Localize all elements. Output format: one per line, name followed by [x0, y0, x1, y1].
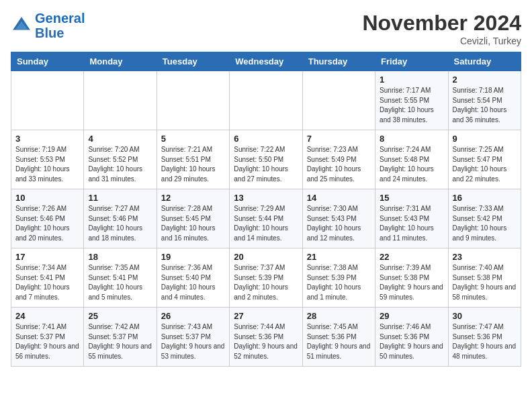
calendar-cell: 19Sunrise: 7:36 AM Sunset: 5:40 PM Dayli… [157, 248, 229, 308]
day-number: 2 [453, 75, 517, 85]
calendar-cell: 11Sunrise: 7:27 AM Sunset: 5:46 PM Dayli… [84, 189, 157, 248]
week-row-5: 24Sunrise: 7:41 AM Sunset: 5:37 PM Dayli… [11, 308, 521, 367]
day-number: 17 [15, 252, 79, 262]
day-info: Sunrise: 7:47 AM Sunset: 5:36 PM Dayligh… [453, 322, 517, 361]
calendar-cell: 17Sunrise: 7:34 AM Sunset: 5:41 PM Dayli… [11, 248, 84, 308]
day-info: Sunrise: 7:45 AM Sunset: 5:36 PM Dayligh… [307, 322, 371, 361]
calendar-cell: 28Sunrise: 7:45 AM Sunset: 5:36 PM Dayli… [302, 308, 375, 367]
day-info: Sunrise: 7:23 AM Sunset: 5:49 PM Dayligh… [307, 145, 371, 184]
day-info: Sunrise: 7:31 AM Sunset: 5:43 PM Dayligh… [380, 204, 443, 243]
day-number: 19 [161, 252, 225, 262]
day-number: 8 [380, 134, 443, 144]
day-number: 20 [234, 252, 298, 262]
calendar-cell: 29Sunrise: 7:46 AM Sunset: 5:36 PM Dayli… [375, 308, 448, 367]
day-number: 23 [453, 252, 517, 262]
day-number: 27 [234, 311, 298, 321]
calendar-header-row: SundayMondayTuesdayWednesdayThursdayFrid… [11, 52, 521, 71]
day-info: Sunrise: 7:46 AM Sunset: 5:36 PM Dayligh… [380, 322, 443, 361]
calendar-cell: 12Sunrise: 7:28 AM Sunset: 5:45 PM Dayli… [157, 189, 229, 248]
calendar-cell: 22Sunrise: 7:39 AM Sunset: 5:38 PM Dayli… [375, 248, 448, 308]
day-info: Sunrise: 7:19 AM Sunset: 5:53 PM Dayligh… [15, 145, 79, 184]
week-row-4: 17Sunrise: 7:34 AM Sunset: 5:41 PM Dayli… [11, 248, 521, 308]
day-number: 29 [380, 311, 443, 321]
calendar-cell: 26Sunrise: 7:43 AM Sunset: 5:37 PM Dayli… [157, 308, 229, 367]
col-header-sunday: Sunday [11, 52, 84, 71]
calendar-cell: 24Sunrise: 7:41 AM Sunset: 5:37 PM Dayli… [11, 308, 84, 367]
day-number: 24 [15, 311, 79, 321]
day-number: 4 [88, 134, 152, 144]
day-info: Sunrise: 7:20 AM Sunset: 5:52 PM Dayligh… [88, 145, 152, 184]
calendar-cell [302, 71, 375, 130]
location: Cevizli, Turkey [362, 36, 521, 46]
calendar-cell: 3Sunrise: 7:19 AM Sunset: 5:53 PM Daylig… [11, 130, 84, 189]
day-number: 11 [88, 193, 152, 203]
day-number: 5 [161, 134, 225, 144]
day-number: 21 [307, 252, 371, 262]
day-info: Sunrise: 7:36 AM Sunset: 5:40 PM Dayligh… [161, 263, 225, 302]
day-info: Sunrise: 7:39 AM Sunset: 5:38 PM Dayligh… [380, 263, 443, 302]
calendar-cell: 6Sunrise: 7:22 AM Sunset: 5:50 PM Daylig… [230, 130, 302, 189]
col-header-wednesday: Wednesday [230, 52, 302, 71]
day-info: Sunrise: 7:42 AM Sunset: 5:37 PM Dayligh… [88, 322, 152, 361]
logo-icon [11, 15, 32, 36]
day-info: Sunrise: 7:24 AM Sunset: 5:48 PM Dayligh… [380, 145, 443, 184]
calendar-cell [11, 71, 84, 130]
day-number: 25 [88, 311, 152, 321]
day-number: 1 [380, 75, 443, 85]
day-info: Sunrise: 7:29 AM Sunset: 5:44 PM Dayligh… [234, 204, 298, 243]
day-info: Sunrise: 7:26 AM Sunset: 5:46 PM Dayligh… [15, 204, 79, 243]
day-number: 22 [380, 252, 443, 262]
logo-text: General Blue [35, 11, 85, 40]
day-number: 18 [88, 252, 152, 262]
calendar-cell [230, 71, 302, 130]
calendar-cell: 1Sunrise: 7:17 AM Sunset: 5:55 PM Daylig… [375, 71, 448, 130]
calendar-cell: 18Sunrise: 7:35 AM Sunset: 5:41 PM Dayli… [84, 248, 157, 308]
day-info: Sunrise: 7:30 AM Sunset: 5:43 PM Dayligh… [307, 204, 371, 243]
day-info: Sunrise: 7:22 AM Sunset: 5:50 PM Dayligh… [234, 145, 298, 184]
week-row-2: 3Sunrise: 7:19 AM Sunset: 5:53 PM Daylig… [11, 130, 521, 189]
day-info: Sunrise: 7:38 AM Sunset: 5:39 PM Dayligh… [307, 263, 371, 302]
calendar-cell: 4Sunrise: 7:20 AM Sunset: 5:52 PM Daylig… [84, 130, 157, 189]
calendar-cell: 8Sunrise: 7:24 AM Sunset: 5:48 PM Daylig… [375, 130, 448, 189]
calendar-cell: 30Sunrise: 7:47 AM Sunset: 5:36 PM Dayli… [448, 308, 521, 367]
day-info: Sunrise: 7:28 AM Sunset: 5:45 PM Dayligh… [161, 204, 225, 243]
day-number: 7 [307, 134, 371, 144]
day-info: Sunrise: 7:41 AM Sunset: 5:37 PM Dayligh… [15, 322, 79, 361]
day-number: 12 [161, 193, 225, 203]
calendar-cell: 20Sunrise: 7:37 AM Sunset: 5:39 PM Dayli… [230, 248, 302, 308]
month-title: November 2024 [362, 11, 521, 36]
day-number: 26 [161, 311, 225, 321]
calendar-cell: 2Sunrise: 7:18 AM Sunset: 5:54 PM Daylig… [448, 71, 521, 130]
calendar-cell: 5Sunrise: 7:21 AM Sunset: 5:51 PM Daylig… [157, 130, 229, 189]
col-header-monday: Monday [84, 52, 157, 71]
calendar-cell: 21Sunrise: 7:38 AM Sunset: 5:39 PM Dayli… [302, 248, 375, 308]
col-header-friday: Friday [375, 52, 448, 71]
day-info: Sunrise: 7:35 AM Sunset: 5:41 PM Dayligh… [88, 263, 152, 302]
day-number: 30 [453, 311, 517, 321]
day-info: Sunrise: 7:33 AM Sunset: 5:42 PM Dayligh… [453, 204, 517, 243]
day-number: 28 [307, 311, 371, 321]
calendar-cell: 15Sunrise: 7:31 AM Sunset: 5:43 PM Dayli… [375, 189, 448, 248]
calendar-cell: 16Sunrise: 7:33 AM Sunset: 5:42 PM Dayli… [448, 189, 521, 248]
col-header-thursday: Thursday [302, 52, 375, 71]
logo: General Blue [11, 11, 85, 40]
day-info: Sunrise: 7:43 AM Sunset: 5:37 PM Dayligh… [161, 322, 225, 361]
calendar-cell: 25Sunrise: 7:42 AM Sunset: 5:37 PM Dayli… [84, 308, 157, 367]
day-number: 13 [234, 193, 298, 203]
calendar-cell [157, 71, 229, 130]
calendar-cell: 23Sunrise: 7:40 AM Sunset: 5:38 PM Dayli… [448, 248, 521, 308]
day-info: Sunrise: 7:17 AM Sunset: 5:55 PM Dayligh… [380, 86, 443, 125]
day-info: Sunrise: 7:18 AM Sunset: 5:54 PM Dayligh… [453, 86, 517, 125]
col-header-saturday: Saturday [448, 52, 521, 71]
day-number: 15 [380, 193, 443, 203]
calendar-cell: 9Sunrise: 7:25 AM Sunset: 5:47 PM Daylig… [448, 130, 521, 189]
calendar-table: SundayMondayTuesdayWednesdayThursdayFrid… [11, 52, 521, 367]
col-header-tuesday: Tuesday [157, 52, 229, 71]
day-number: 16 [453, 193, 517, 203]
day-info: Sunrise: 7:34 AM Sunset: 5:41 PM Dayligh… [15, 263, 79, 302]
week-row-3: 10Sunrise: 7:26 AM Sunset: 5:46 PM Dayli… [11, 189, 521, 248]
day-info: Sunrise: 7:25 AM Sunset: 5:47 PM Dayligh… [453, 145, 517, 184]
day-number: 6 [234, 134, 298, 144]
calendar-cell: 14Sunrise: 7:30 AM Sunset: 5:43 PM Dayli… [302, 189, 375, 248]
logo-line2: Blue [35, 26, 64, 40]
